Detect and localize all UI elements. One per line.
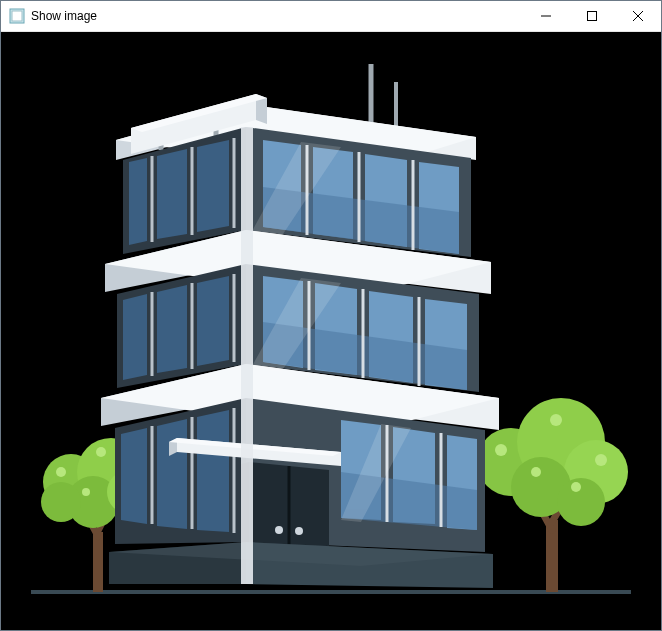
svg-marker-71	[123, 294, 147, 380]
svg-rect-1	[12, 11, 22, 21]
svg-point-15	[56, 467, 66, 477]
app-icon	[9, 8, 25, 24]
app-window: Show image	[0, 0, 662, 631]
window-title: Show image	[31, 9, 97, 23]
svg-marker-103	[241, 127, 253, 584]
svg-marker-69	[197, 276, 229, 366]
svg-marker-70	[157, 285, 187, 373]
svg-rect-7	[31, 590, 631, 594]
svg-point-18	[82, 488, 90, 496]
maximize-icon	[587, 11, 597, 21]
building-illustration	[1, 32, 661, 630]
svg-point-14	[41, 482, 81, 522]
titlebar: Show image	[1, 1, 661, 32]
svg-marker-52	[129, 158, 147, 245]
svg-point-99	[295, 527, 303, 535]
minimize-icon	[541, 11, 551, 21]
svg-point-27	[595, 454, 607, 466]
minimize-button[interactable]	[523, 1, 569, 31]
svg-point-16	[96, 447, 106, 457]
close-button[interactable]	[615, 1, 661, 31]
svg-point-25	[495, 444, 507, 456]
svg-point-26	[550, 414, 562, 426]
svg-marker-86	[197, 410, 229, 532]
svg-marker-50	[197, 140, 229, 232]
svg-marker-87	[157, 419, 187, 529]
image-viewport	[1, 32, 661, 630]
svg-point-28	[531, 467, 541, 477]
maximize-button[interactable]	[569, 1, 615, 31]
svg-rect-3	[588, 12, 597, 21]
svg-point-29	[571, 482, 581, 492]
svg-point-98	[275, 526, 283, 534]
close-icon	[633, 11, 643, 21]
svg-marker-88	[121, 428, 147, 524]
svg-rect-8	[93, 532, 103, 592]
svg-point-24	[557, 478, 605, 526]
svg-marker-51	[157, 149, 187, 239]
